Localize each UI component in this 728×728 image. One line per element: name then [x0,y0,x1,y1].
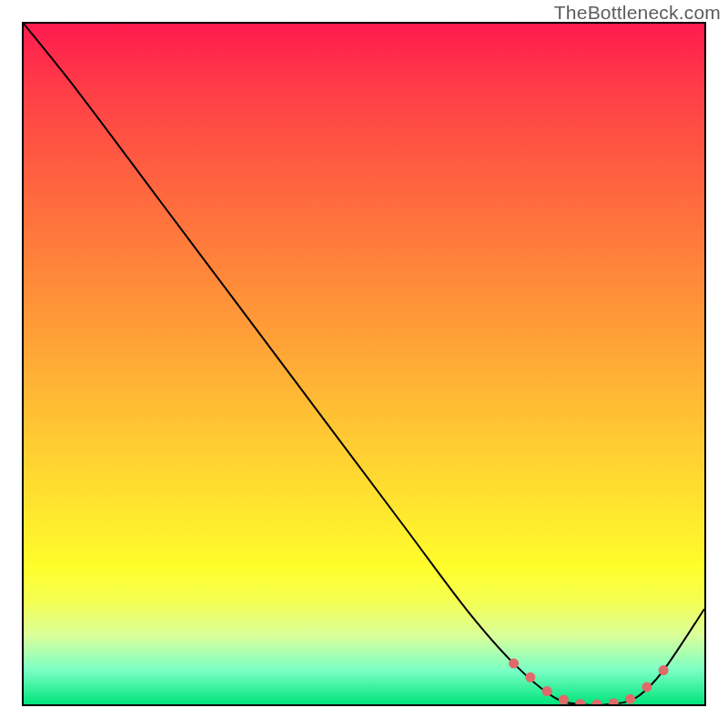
watermark-text: TheBottleneck.com [554,2,721,24]
optimal-marker [625,694,635,704]
optimal-marker [525,672,535,682]
optimal-marker [659,665,669,675]
optimal-marker [642,682,652,692]
chart-frame: TheBottleneck.com [0,0,728,728]
optimal-marker [559,695,569,704]
optimal-marker [592,700,602,705]
optimal-marker [575,699,585,704]
plot-area [22,22,706,706]
optimal-marker [509,659,519,669]
bottleneck-curve-svg [24,24,704,704]
optimal-marker [609,698,619,704]
bottleneck-curve-path [24,24,704,704]
optimal-marker [542,686,552,696]
optimal-zone-markers [509,659,669,704]
